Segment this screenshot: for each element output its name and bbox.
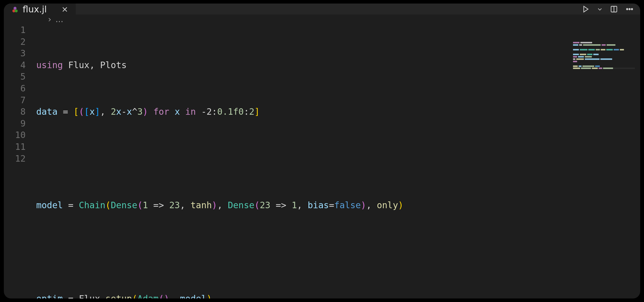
run-icon[interactable] — [582, 5, 589, 13]
code-line: using Flux, Plots — [36, 59, 640, 71]
tab-flux.jl[interactable]: flux.jl — [4, 4, 76, 14]
code-editor[interactable]: 1 2 3 4 5 6 7 8 9 10 11 12 using Flux, P… — [4, 24, 640, 298]
line-number: 1 — [4, 24, 26, 36]
line-number: 8 — [4, 106, 26, 118]
svg-point-7 — [631, 8, 633, 10]
editor-title-actions — [582, 4, 634, 14]
svg-point-2 — [14, 7, 16, 10]
line-number: 2 — [4, 36, 26, 48]
tab-filename: flux.jl — [23, 4, 47, 14]
line-number: 5 — [4, 71, 26, 83]
line-number: 3 — [4, 47, 26, 59]
svg-point-6 — [629, 8, 630, 10]
code-line — [36, 246, 640, 258]
line-number: 11 — [4, 141, 26, 153]
more-icon[interactable] — [625, 5, 634, 13]
chevron-down-icon[interactable] — [597, 6, 602, 12]
tab-bar: flux.jl — [4, 4, 640, 14]
line-number: 10 — [4, 129, 26, 141]
line-number: 7 — [4, 94, 26, 106]
line-number: 12 — [4, 153, 26, 165]
svg-point-5 — [626, 8, 628, 10]
code-content[interactable]: using Flux, Plots data = [([x], 2x-x^3) … — [36, 24, 640, 298]
chevron-right-icon: › — [48, 14, 51, 24]
code-line — [36, 153, 640, 165]
julia-icon — [11, 6, 19, 13]
line-number: 4 — [4, 59, 26, 71]
svg-point-1 — [15, 9, 18, 12]
line-number: 6 — [4, 83, 26, 94]
code-line: data = [([x], 2x-x^3) for x in -2:0.1f0:… — [36, 106, 640, 118]
split-editor-icon[interactable] — [610, 5, 618, 13]
code-line: optim = Flux.setup(Adam(), model) — [36, 293, 640, 298]
editor-window: flux.jl › ... 1 — [4, 4, 640, 298]
line-number-gutter: 1 2 3 4 5 6 7 8 9 10 11 12 — [4, 24, 36, 298]
line-number: 9 — [4, 118, 26, 129]
close-icon[interactable] — [62, 6, 68, 13]
breadcrumb[interactable]: › ... — [4, 14, 640, 24]
code-line: model = Chain(Dense(1 => 23, tanh), Dens… — [36, 199, 640, 211]
breadcrumb-trail: ... — [55, 14, 63, 24]
